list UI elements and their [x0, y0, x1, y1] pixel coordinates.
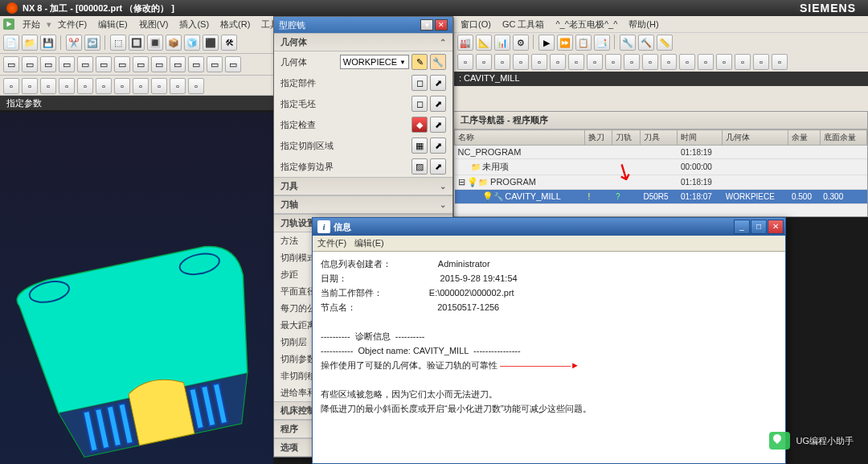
tb-icon[interactable]: ▫	[40, 78, 56, 94]
tb-icon[interactable]: ▫	[513, 54, 529, 70]
info-content[interactable]: 信息列表创建者： Administrator 日期： 2015-9-28 19:…	[313, 252, 785, 460]
area-icon[interactable]: ▦	[411, 138, 428, 154]
tb-icon[interactable]: ▫	[188, 78, 204, 94]
tb-icon[interactable]: ▫	[457, 54, 473, 70]
dropdown-button[interactable]: ▾	[420, 19, 433, 31]
tb-icon[interactable]: ▫	[642, 54, 658, 70]
menu-electrode[interactable]: ^_^老五电极^_^	[552, 17, 620, 32]
tb-icon[interactable]: 📑	[594, 35, 610, 51]
tb-icon[interactable]: 📦	[166, 35, 182, 51]
col-name[interactable]: 名称	[455, 130, 585, 146]
tb-icon[interactable]: ⏩	[557, 35, 573, 51]
table-row-selected[interactable]: 💡🔧 CAVITY_MILL ! ? D50R5 01:18:07 WORKPI…	[455, 190, 867, 204]
section-tool[interactable]: 刀具⌄	[274, 177, 452, 195]
tb-icon[interactable]: ⬚	[110, 35, 126, 51]
info-menu-file[interactable]: 文件(F)	[317, 237, 346, 249]
select-icon[interactable]: ⬈	[430, 96, 446, 112]
col-geom[interactable]: 几何体	[723, 130, 788, 146]
tb-icon[interactable]: ▫	[661, 54, 677, 70]
menu-help[interactable]: 帮助(H)	[625, 17, 661, 32]
tb-icon[interactable]: ▭	[225, 56, 241, 72]
tb-icon[interactable]: ▫	[735, 54, 751, 70]
tb-icon[interactable]: ▭	[114, 56, 130, 72]
tb-icon[interactable]: ▫	[587, 54, 603, 70]
dialog-titlebar[interactable]: 型腔铣 ▾ ✕	[274, 17, 452, 33]
tb-icon[interactable]: ▭	[59, 56, 75, 72]
col-stock[interactable]: 余量	[788, 130, 820, 146]
tb-icon[interactable]: ⚙	[513, 35, 529, 51]
tb-icon[interactable]: ▶	[538, 35, 555, 51]
tb-icon[interactable]: ▫	[605, 54, 621, 70]
tb-icon[interactable]: ▫	[716, 54, 732, 70]
menu-start[interactable]: 开始	[18, 17, 45, 32]
tb-icon[interactable]: 🛠	[221, 35, 237, 51]
table-row[interactable]: NC_PROGRAM 01:18:19	[455, 146, 867, 159]
tb-icon[interactable]: 📋	[575, 35, 592, 51]
tb-icon[interactable]: ▭	[40, 56, 56, 72]
menu-view[interactable]: 视图(V)	[134, 17, 174, 32]
section-axis[interactable]: 刀轴⌄	[274, 195, 452, 214]
tb-icon[interactable]: ▫	[753, 54, 769, 70]
tb-icon[interactable]: 🔲	[129, 35, 145, 51]
graphics-viewport[interactable]	[0, 113, 273, 464]
minimize-button[interactable]: _	[734, 220, 750, 234]
trim-icon[interactable]: ▨	[411, 158, 428, 175]
part-icon[interactable]: ◻	[411, 75, 428, 91]
tb-icon[interactable]: ▭	[3, 56, 19, 72]
menu-edit[interactable]: 编辑(E)	[93, 17, 133, 32]
info-titlebar[interactable]: i 信息 _ □ ✕	[313, 218, 785, 236]
tb-icon[interactable]: 🔧	[620, 35, 636, 51]
tb-icon[interactable]: ▫	[133, 78, 149, 94]
tb-icon[interactable]: ▫	[114, 78, 130, 94]
tb-icon[interactable]: ▫	[3, 78, 19, 94]
tb-icon[interactable]: ▫	[531, 54, 547, 70]
select-icon[interactable]: ⬈	[430, 158, 446, 175]
info-menu-edit[interactable]: 编辑(E)	[354, 237, 384, 249]
menu-window[interactable]: 窗口(O)	[457, 17, 494, 32]
tb-icon[interactable]: ▭	[151, 56, 167, 72]
tb-icon[interactable]: ▫	[679, 54, 695, 70]
tb-icon[interactable]: ▭	[188, 56, 204, 72]
tb-icon[interactable]: ▫	[96, 78, 112, 94]
tb-icon[interactable]: ▫	[476, 54, 492, 70]
expand-icon[interactable]: ⊟	[458, 177, 465, 187]
tb-icon[interactable]: ▫	[772, 54, 788, 70]
tb-icon[interactable]: ▫	[698, 54, 714, 70]
col-time[interactable]: 时间	[678, 130, 723, 146]
tb-icon[interactable]: ↩️	[84, 35, 100, 51]
col-tool[interactable]: 刀具	[640, 130, 678, 146]
table-row[interactable]: 📁 未用项 00:00:00	[455, 159, 867, 175]
menu-format[interactable]: 格式(R)	[215, 17, 255, 32]
close-button[interactable]: ✕	[768, 220, 784, 234]
section-geometry[interactable]: 几何体⌃	[274, 33, 452, 51]
select-icon[interactable]: ⬈	[430, 138, 446, 154]
wrench-icon[interactable]: 🔧	[430, 54, 446, 70]
tb-icon[interactable]: 🧊	[184, 35, 200, 51]
tb-icon[interactable]: ▫	[151, 78, 167, 94]
tb-icon[interactable]: ▫	[624, 54, 640, 70]
tb-icon[interactable]: ▭	[77, 56, 93, 72]
check-icon[interactable]: ◆	[411, 117, 428, 133]
tb-icon[interactable]: 📄	[3, 35, 19, 51]
tb-icon[interactable]: 📏	[657, 35, 673, 51]
table-row[interactable]: ⊟ 💡📁 PROGRAM 01:18:19	[455, 175, 867, 190]
col-path[interactable]: 刀轨	[612, 130, 640, 146]
tb-icon[interactable]: ▭	[170, 56, 186, 72]
tb-icon[interactable]: ▫	[77, 78, 93, 94]
menu-gc-toolbox[interactable]: GC 工具箱	[499, 17, 548, 32]
tb-icon[interactable]: 📐	[476, 35, 492, 51]
edit-icon[interactable]: ✎	[411, 54, 428, 70]
tb-icon[interactable]: ▫	[59, 78, 75, 94]
tb-icon[interactable]: 📁	[22, 35, 38, 51]
tb-icon[interactable]: 🔳	[147, 35, 163, 51]
tb-icon[interactable]: 🔨	[638, 35, 654, 51]
menu-file[interactable]: 文件(F)	[53, 17, 92, 32]
tb-icon[interactable]: ▫	[170, 78, 186, 94]
tb-icon[interactable]: ⬛	[203, 35, 219, 51]
menu-insert[interactable]: 插入(S)	[174, 17, 214, 32]
tb-icon[interactable]: ▭	[133, 56, 149, 72]
tb-icon[interactable]: ▫	[568, 54, 584, 70]
tb-icon[interactable]: ▭	[96, 56, 112, 72]
tb-icon[interactable]: ▫	[494, 54, 510, 70]
tb-icon[interactable]: ✂️	[66, 35, 82, 51]
